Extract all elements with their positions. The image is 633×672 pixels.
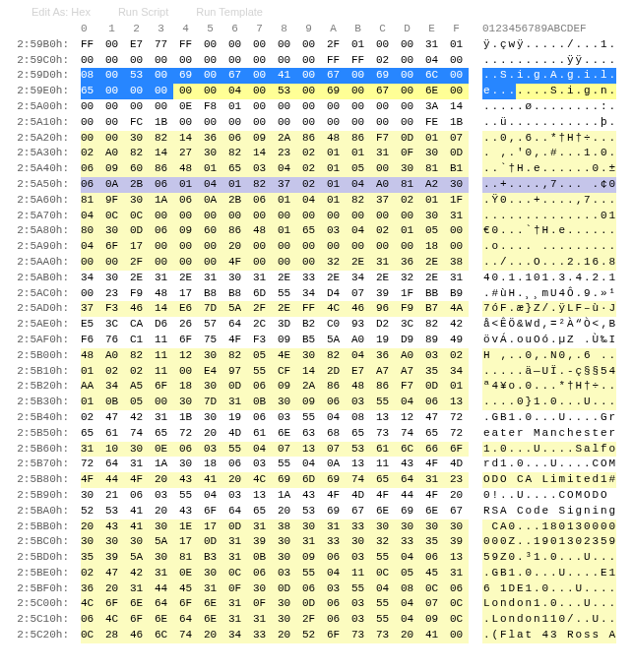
hex-row[interactable]: 000000000EF801000000000000003A14	[81, 99, 475, 115]
hex-row[interactable]: 0C28466C7420343320526F7373204100	[81, 628, 475, 643]
ascii-row[interactable]: ..+....‚7... .¢0	[482, 177, 620, 193]
ascii-row[interactable]: CA0...180130000	[482, 519, 620, 535]
hex-row[interactable]: 7264311A3018060355040A1311434F4D	[81, 457, 475, 472]
ascii-row[interactable]: .(Flat 43 Ross A	[482, 628, 620, 643]
ascii-row[interactable]: å<ÊÖ&Wd,=²À“Ò<‚B	[482, 317, 620, 333]
hex-row[interactable]: 37F34614E67D5A2F2EFF4C4696F9B74A	[81, 301, 475, 317]
hex-grid[interactable]: 0123456789ABCDEF0123456789ABCDEF2:59B0h:…	[8, 22, 625, 643]
hex-row[interactable]: 0102021100E49755CF142DE7A7A73534	[81, 364, 475, 380]
hex-row[interactable]: 4C6F6E646F6E310F300D06035504070C	[81, 596, 475, 612]
hex-row[interactable]: 046F1700000020000000000000001800	[81, 239, 475, 255]
addr-cell: 2:5A40h:	[8, 161, 73, 177]
ascii-row[interactable]: H ‚..0‚.N0‚.6 ..	[482, 348, 620, 364]
toolbar-run-script[interactable]: Run Script	[118, 6, 168, 22]
hex-row[interactable]: 34302E312E3130312E332E342E322E31	[81, 271, 475, 286]
ascii-row[interactable]: övÁ.ouOó.µZ .Ù‰I	[482, 333, 620, 348]
ascii-row[interactable]: 1.0...U....Salfo	[482, 442, 620, 458]
ascii-row[interactable]: 0!..U....COMODO	[482, 488, 620, 504]
ascii-row[interactable]: e.......S.i.g.n.	[482, 84, 620, 99]
hex-row[interactable]: 060960864801650304020105003081B1	[81, 161, 475, 177]
hex-row[interactable]: 08005300690067004100670069006C00	[81, 68, 475, 84]
hex-row[interactable]: 819F301A060A2B06010401823702011F	[81, 193, 475, 209]
ascii-row[interactable]: rd1.0...U....COM	[482, 457, 620, 472]
addr-cell: 2:5B40h:	[8, 410, 73, 426]
toolbar-edit-as[interactable]: Edit As: Hex	[32, 6, 91, 22]
addr-cell: 2:59B0h:	[8, 37, 73, 53]
ascii-row[interactable]: ..0‚.6..*†H†÷...	[482, 131, 620, 147]
ascii-row[interactable]: 000Z..1901302359	[482, 534, 620, 550]
ascii-row[interactable]: 6 1DE1.0...U....	[482, 581, 620, 597]
ascii-row[interactable]: ..ü...........þ.	[482, 115, 620, 131]
hex-row[interactable]: E53CCAD62657642C3DB2C093D23C8242	[81, 317, 475, 333]
addr-cell: 2:59C0h:	[8, 53, 73, 69]
hex-row[interactable]: 30210603550403131A434F4D4F444F20	[81, 488, 475, 504]
addr-cell: 2:5BA0h:	[8, 504, 73, 519]
addr-cell: 2:5BB0h:	[8, 519, 73, 535]
hex-row[interactable]: 0023F94817B8B86D5534D407391FBBB9	[81, 286, 475, 302]
hex-row[interactable]: 80300D06096086480165030402010500	[81, 223, 475, 239]
addr-cell: 2:5A60h:	[8, 193, 73, 209]
hex-row[interactable]: F676C1116F754FF309B55AA019D98949	[81, 333, 475, 348]
hex-row[interactable]: 060A2B060104018237020104A081A230	[81, 177, 475, 193]
toolbar-run-template[interactable]: Run Template	[196, 6, 263, 22]
hex-row[interactable]: 65000000000004005300690067006E00	[81, 84, 475, 99]
hex-row[interactable]: 48A08211123082054E30820436A00302	[81, 348, 475, 364]
ascii-row[interactable]: ..`†H.e......0.±	[482, 161, 620, 177]
addr-cell: 2:5A10h:	[8, 115, 73, 131]
ascii-row[interactable]: ÿ.çwÿ...../...1.	[482, 37, 620, 53]
ascii-row[interactable]: .GB1.0...U....Gr	[482, 410, 620, 426]
ascii-row[interactable]: London1.0...U...	[482, 596, 620, 612]
ascii-row[interactable]: .London110/..U..	[482, 612, 620, 628]
ascii-row[interactable]: 7óF.æ}Z/.ÿLF–ù·J	[482, 301, 620, 317]
hex-row[interactable]: 064C6F6E646E3131302F06035504090C	[81, 612, 475, 628]
ascii-row[interactable]: .....ø........:.	[482, 99, 620, 115]
ascii-row[interactable]: ODO CA Limited1#	[482, 472, 620, 488]
ascii-row[interactable]: ....0}1.0...U...	[482, 395, 620, 410]
ascii-row[interactable]: 59Z0.³1.0...U...	[482, 550, 620, 566]
hex-row[interactable]: 52534120436F6465205369676E696E67	[81, 504, 475, 519]
ascii-row[interactable]: . ‚.'0‚.#...1.0.	[482, 146, 620, 161]
hex-row[interactable]: 0000FC1B00000000000000000000FE1B	[81, 115, 475, 131]
addr-cell: 2:5AB0h:	[8, 271, 73, 286]
ascii-row[interactable]: eater Manchester	[482, 426, 620, 442]
hex-row[interactable]: 00000000000000000000FFFF02000400	[81, 53, 475, 69]
ascii-row[interactable]: .o.... .........	[482, 239, 620, 255]
ascii-row[interactable]: 40.1.101.3.4.2.1	[482, 271, 620, 286]
ascii-row[interactable]: ..........ÿÿ....	[482, 53, 620, 69]
hex-row[interactable]: 010B0500307D310B3009060355040613	[81, 395, 475, 410]
ascii-row[interactable]: €0...`†H.e......	[482, 223, 620, 239]
hex-row[interactable]: 35395A3081B3310B3009060355040613	[81, 550, 475, 566]
ascii-row[interactable]: ..............01	[482, 209, 620, 224]
hex-row[interactable]: 3110300E0603550407130753616C666F	[81, 442, 475, 458]
hex-row[interactable]: 6561746572204D616E63686573746572	[81, 426, 475, 442]
hex-row[interactable]: 3620314445310F300D06035504080C06	[81, 581, 475, 597]
hex-row[interactable]: 204341301E170D313830313330303030	[81, 519, 475, 535]
addr-cell: 2:5BC0h:	[8, 534, 73, 550]
hex-row[interactable]: FF00E777FF00000000002F0100003101	[81, 37, 475, 53]
ascii-row[interactable]: .....ä—UÏ.-ç§§54	[482, 364, 620, 380]
addr-cell: 2:5B70h:	[8, 457, 73, 472]
addr-cell: 2:5C20h:	[8, 628, 73, 643]
hex-row[interactable]: 024742310E300C06035504110C054531	[81, 566, 475, 581]
toolbar: Edit As: Hex Run Script Run Template	[8, 6, 625, 22]
hex-row[interactable]: 02A082142730821423020101310F300D	[81, 146, 475, 161]
ascii-row[interactable]: ª4¥o.0...*†H†÷..	[482, 379, 620, 395]
ascii-row[interactable]: ../...O...2.16.8	[482, 255, 620, 271]
addr-cell: 2:59D0h:	[8, 68, 73, 84]
addr-cell: 2:5C00h:	[8, 596, 73, 612]
addr-cell: 2:5A90h:	[8, 239, 73, 255]
ascii-row[interactable]: RSA Code Signing	[482, 504, 620, 519]
hex-row[interactable]: 00003082143606092A864886F70D0107	[81, 131, 475, 147]
addr-cell: 2:5C10h:	[8, 612, 73, 628]
hex-row[interactable]: 3030305A170D31393031333032333539	[81, 534, 475, 550]
ascii-row[interactable]: .#ùH.¸¸mU4Ô.9.»¹	[482, 286, 620, 302]
hex-row[interactable]: AA34A56F18300D06092A864886F70D01	[81, 379, 475, 395]
ascii-row[interactable]: ..S.i.g.A.g.i.l.	[482, 68, 620, 84]
hex-row[interactable]: 00002F0000004F000000322E31362E38	[81, 255, 475, 271]
ascii-row[interactable]: .Ÿ0...+....‚7...	[482, 193, 620, 209]
hex-row[interactable]: 024742311B3019060355040813124772	[81, 410, 475, 426]
ascii-row[interactable]: .GB1.0...U....E1	[482, 566, 620, 581]
hex-row[interactable]: 4F444F204341204C696D697465643123	[81, 472, 475, 488]
addr-cell: 2:5AA0h:	[8, 255, 73, 271]
hex-row[interactable]: 040C0C00000000000000000000003031	[81, 209, 475, 224]
